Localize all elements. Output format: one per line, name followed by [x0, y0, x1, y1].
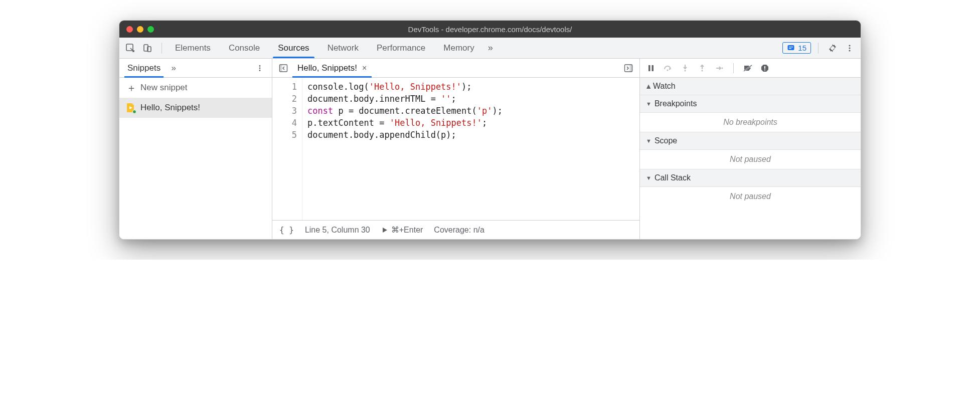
code-content[interactable]: console.log('Hello, Snippets!');document…: [302, 78, 508, 220]
pause-on-exceptions-icon[interactable]: [759, 62, 771, 74]
watch-section-header[interactable]: ▶ Watch: [640, 78, 861, 95]
sidebar-more-tabs-button[interactable]: »: [167, 61, 181, 75]
play-icon: [381, 227, 388, 234]
scope-body: Not paused: [640, 150, 861, 169]
svg-rect-26: [764, 69, 765, 70]
watch-label: Watch: [653, 82, 676, 91]
step-into-icon[interactable]: [679, 62, 691, 74]
editor-pane: Hello, Snippets! × 12345 console.log('He…: [272, 59, 640, 239]
step-over-icon[interactable]: [662, 62, 674, 74]
show-navigator-icon[interactable]: [276, 61, 290, 75]
new-snippet-label: New snippet: [140, 83, 188, 93]
breakpoints-label: Breakpoints: [655, 99, 697, 108]
scope-section-header[interactable]: ▼ Scope: [640, 132, 861, 150]
kebab-menu-icon[interactable]: [843, 41, 857, 55]
chevron-right-icon: ▶: [645, 84, 651, 88]
pretty-print-icon[interactable]: { }: [279, 225, 294, 235]
tab-console[interactable]: Console: [220, 38, 269, 58]
svg-point-19: [667, 69, 668, 71]
debugger-toolbar: [640, 59, 861, 78]
main-toolbar: ElementsConsoleSourcesNetworkPerformance…: [119, 38, 861, 59]
settings-icon[interactable]: [826, 41, 840, 55]
line-gutter: 12345: [272, 78, 302, 220]
svg-point-22: [722, 67, 723, 69]
line-number: 2: [275, 93, 297, 105]
issues-badge[interactable]: 15: [782, 42, 811, 54]
cursor-position: Line 5, Column 30: [305, 226, 370, 235]
step-out-icon[interactable]: [696, 62, 708, 74]
editor-header: Hello, Snippets! ×: [272, 59, 639, 78]
editor-tab-label: Hello, Snippets!: [297, 63, 357, 73]
line-number: 4: [275, 117, 297, 129]
code-line[interactable]: console.log('Hello, Snippets!');: [307, 81, 503, 93]
plus-icon: ＋: [126, 83, 136, 93]
svg-point-7: [849, 45, 850, 46]
panel-tabs: ElementsConsoleSourcesNetworkPerformance…: [166, 38, 483, 58]
svg-point-10: [259, 65, 261, 67]
inspect-element-icon[interactable]: [123, 41, 137, 55]
svg-point-21: [701, 70, 703, 71]
svg-point-12: [259, 70, 261, 71]
deactivate-breakpoints-icon[interactable]: [742, 62, 754, 74]
code-editor[interactable]: 12345 console.log('Hello, Snippets!');do…: [272, 78, 639, 220]
line-number: 5: [275, 129, 297, 141]
svg-point-11: [259, 67, 261, 69]
svg-point-8: [849, 47, 850, 49]
issues-icon: [787, 44, 795, 52]
minimize-window-button[interactable]: [137, 26, 143, 33]
new-snippet-button[interactable]: ＋ New snippet: [119, 78, 272, 98]
editor-tab[interactable]: Hello, Snippets! ×: [290, 59, 374, 77]
titlebar: DevTools - developer.chrome.com/docs/dev…: [119, 21, 861, 38]
tab-performance[interactable]: Performance: [368, 38, 434, 58]
svg-rect-5: [789, 48, 791, 49]
tab-network[interactable]: Network: [318, 38, 368, 58]
svg-rect-25: [764, 66, 765, 69]
svg-point-20: [684, 70, 686, 71]
line-number: 1: [275, 81, 297, 93]
snippet-item-label: Hello, Snippets!: [140, 103, 200, 113]
debugger-pane: ▶ Watch ▼ Breakpoints No breakpoints ▼ S…: [640, 59, 861, 239]
run-shortcut-label: ⌘+Enter: [391, 225, 423, 235]
issues-count: 15: [798, 44, 806, 52]
step-icon[interactable]: [713, 62, 725, 74]
run-snippet-button[interactable]: ⌘+Enter: [381, 225, 423, 235]
svg-rect-16: [630, 65, 632, 72]
separator: [818, 43, 819, 54]
code-line[interactable]: p.textContent = 'Hello, Snippets!';: [307, 117, 503, 129]
callstack-label: Call Stack: [655, 173, 691, 182]
close-tab-icon[interactable]: ×: [362, 64, 367, 73]
svg-point-9: [849, 50, 850, 51]
content-area: Snippets » ＋ New snippet Hello, Snippets…: [119, 59, 861, 239]
pause-icon[interactable]: [645, 62, 657, 74]
tab-memory[interactable]: Memory: [434, 38, 483, 58]
code-line[interactable]: const p = document.createElement('p');: [307, 105, 503, 117]
sidebar-kebab-icon[interactable]: [253, 61, 267, 75]
svg-point-6: [832, 47, 834, 49]
breakpoints-section-header[interactable]: ▼ Breakpoints: [640, 95, 861, 113]
window-title: DevTools - developer.chrome.com/docs/dev…: [119, 25, 861, 34]
svg-rect-18: [652, 65, 654, 71]
separator: [161, 43, 162, 54]
tab-elements[interactable]: Elements: [166, 38, 220, 58]
chevron-down-icon: ▼: [646, 101, 651, 107]
show-debugger-icon[interactable]: [621, 61, 635, 75]
chevron-down-icon: ▼: [646, 138, 651, 144]
editor-footer: { } Line 5, Column 30 ⌘+Enter Coverage: …: [272, 220, 639, 239]
callstack-section-header[interactable]: ▼ Call Stack: [640, 169, 861, 187]
more-tabs-button[interactable]: »: [483, 41, 498, 55]
svg-rect-17: [648, 65, 650, 71]
code-line[interactable]: document.body.innerHTML = '';: [307, 93, 503, 105]
window-controls: [126, 26, 154, 33]
maximize-window-button[interactable]: [147, 26, 154, 33]
device-toolbar-icon[interactable]: [140, 41, 154, 55]
sidebar-tab-snippets[interactable]: Snippets: [124, 59, 164, 77]
separator: [733, 63, 734, 73]
close-window-button[interactable]: [126, 26, 133, 33]
tab-sources[interactable]: Sources: [269, 38, 318, 58]
devtools-window: DevTools - developer.chrome.com/docs/dev…: [119, 20, 861, 240]
scope-label: Scope: [655, 136, 677, 145]
snippet-item[interactable]: Hello, Snippets!: [119, 98, 272, 118]
navigator-sidebar: Snippets » ＋ New snippet Hello, Snippets…: [119, 59, 272, 239]
code-line[interactable]: document.body.appendChild(p);: [307, 129, 503, 141]
svg-rect-14: [280, 65, 282, 72]
